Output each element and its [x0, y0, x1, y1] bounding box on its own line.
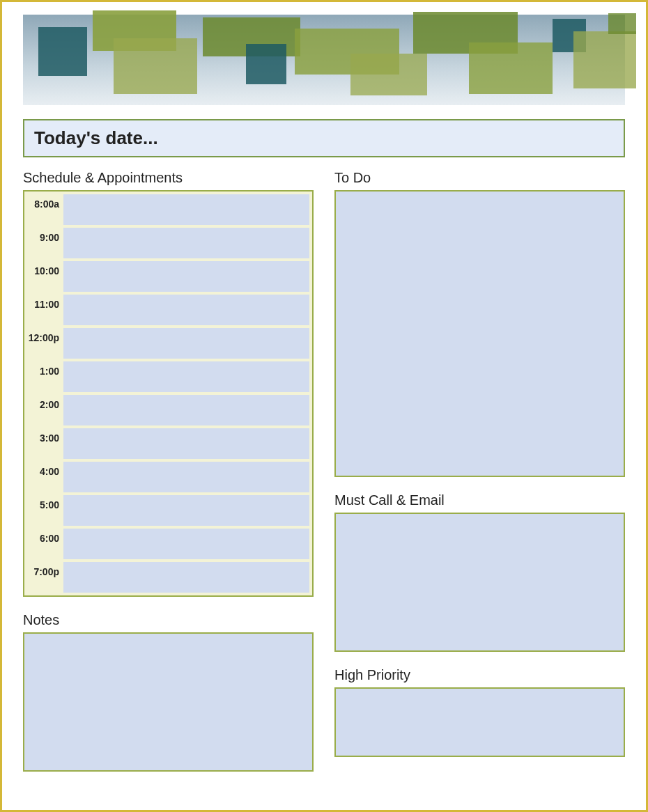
- schedule-time-label: 3:00: [24, 428, 63, 444]
- schedule-time-label: 7:00p: [24, 562, 63, 577]
- schedule-time-label: 1:00: [24, 361, 63, 377]
- schedule-time-label: 6:00: [24, 529, 63, 544]
- date-prompt-label: Today's date...: [34, 127, 158, 148]
- call-email-section: Must Call & Email: [334, 492, 625, 652]
- schedule-slot[interactable]: [63, 328, 309, 359]
- priority-title: High Priority: [334, 667, 625, 683]
- schedule-row: 6:00: [24, 529, 309, 559]
- deco-square: [246, 44, 286, 84]
- schedule-title: Schedule & Appointments: [23, 170, 314, 186]
- schedule-slot[interactable]: [63, 395, 309, 425]
- call-email-title: Must Call & Email: [334, 492, 625, 508]
- schedule-row: 3:00: [24, 428, 309, 459]
- schedule-slot[interactable]: [63, 361, 309, 392]
- schedule-time-label: 5:00: [24, 495, 63, 510]
- schedule-slot[interactable]: [63, 428, 309, 459]
- priority-pane[interactable]: [334, 687, 625, 757]
- schedule-box: 8:00a 9:00 10:00 11:00: [23, 190, 314, 597]
- schedule-slot[interactable]: [63, 495, 309, 526]
- schedule-row: 12:00p: [24, 328, 309, 359]
- schedule-time-label: 2:00: [24, 395, 63, 410]
- header-banner: [23, 15, 625, 105]
- schedule-row: 5:00: [24, 495, 309, 526]
- right-column: To Do Must Call & Email High Priority: [334, 170, 625, 787]
- call-email-pane[interactable]: [334, 513, 625, 652]
- deco-square: [38, 27, 87, 76]
- date-bar[interactable]: Today's date...: [23, 119, 625, 157]
- content-columns: Schedule & Appointments 8:00a 9:00 10:00: [23, 170, 625, 787]
- schedule-slot[interactable]: [63, 228, 309, 258]
- deco-square: [350, 54, 427, 95]
- deco-square: [608, 13, 636, 34]
- schedule-slot[interactable]: [63, 462, 309, 492]
- planner-page: Today's date... Schedule & Appointments …: [0, 0, 648, 812]
- schedule-time-label: 4:00: [24, 462, 63, 477]
- deco-square: [573, 31, 636, 88]
- schedule-slot[interactable]: [63, 295, 309, 325]
- schedule-time-label: 12:00p: [24, 328, 63, 343]
- left-column: Schedule & Appointments 8:00a 9:00 10:00: [23, 170, 314, 787]
- todo-pane[interactable]: [334, 190, 625, 477]
- schedule-row: 1:00: [24, 361, 309, 392]
- schedule-row: 7:00p: [24, 562, 309, 593]
- schedule-row: 9:00: [24, 228, 309, 258]
- notes-title: Notes: [23, 612, 314, 628]
- schedule-row: 8:00a: [24, 194, 309, 225]
- schedule-slot[interactable]: [63, 261, 309, 292]
- schedule-section: Schedule & Appointments 8:00a 9:00 10:00: [23, 170, 314, 597]
- schedule-row: 4:00: [24, 462, 309, 492]
- notes-pane[interactable]: [23, 632, 314, 772]
- notes-section: Notes: [23, 612, 314, 772]
- schedule-time-label: 11:00: [24, 295, 63, 310]
- priority-section: High Priority: [334, 667, 625, 757]
- schedule-slot[interactable]: [63, 529, 309, 559]
- todo-section: To Do: [334, 170, 625, 477]
- schedule-time-label: 9:00: [24, 228, 63, 243]
- schedule-row: 11:00: [24, 295, 309, 325]
- schedule-row: 10:00: [24, 261, 309, 292]
- schedule-time-label: 8:00a: [24, 194, 63, 210]
- schedule-slot[interactable]: [63, 562, 309, 593]
- schedule-slot[interactable]: [63, 194, 309, 225]
- deco-square: [114, 38, 197, 94]
- todo-title: To Do: [334, 170, 625, 186]
- schedule-row: 2:00: [24, 395, 309, 425]
- deco-square: [469, 42, 553, 94]
- schedule-time-label: 10:00: [24, 261, 63, 276]
